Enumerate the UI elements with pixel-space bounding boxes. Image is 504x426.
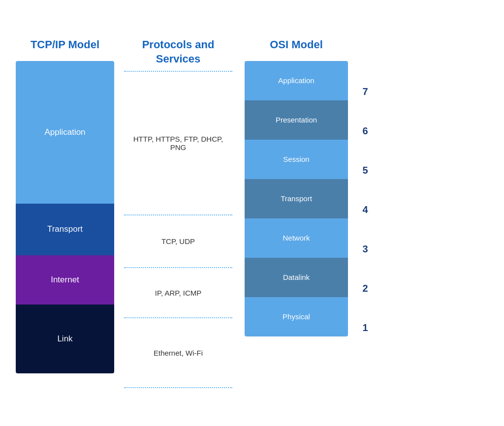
tcpip-layer-internet: Internet [16,255,114,304]
osi-number-5: 5 [355,151,375,190]
osi-number-7: 7 [355,72,375,112]
diagram-container: TCP/IP Model ApplicationTransportInterne… [11,28,493,398]
protocols-header: Protocols and Services [142,38,215,66]
osi-layer-datalink: Datalink [245,258,348,297]
osi-layer-network: Network [245,218,348,258]
tcpip-stack: ApplicationTransportInternetLink [16,61,114,373]
tcpip-layer-application: Application [16,61,114,204]
numbers-column: 7654321 [355,38,380,348]
osi-layer-application: Application [245,61,348,100]
osi-number-6: 6 [355,112,375,151]
tcpip-header: TCP/IP Model [31,38,99,52]
osi-layer-presentation: Presentation [245,100,348,140]
protocol-text: TCP, UDP [124,215,232,267]
osi-number-2: 2 [355,269,375,308]
protocols-column: Protocols and Services HTTP, HTTPS, FTP,… [119,38,237,388]
protocol-text: Ethernet, Wi-Fi [124,318,232,387]
osi-stack: ApplicationPresentationSessionTransportN… [245,61,348,336]
protocol-text: HTTP, HTTPS, FTP, DHCP, PNG [124,72,232,214]
osi-number-1: 1 [355,308,375,348]
tcpip-layer-transport: Transport [16,204,114,255]
osi-layer-physical: Physical [245,297,348,336]
dotted-divider [124,387,232,388]
tcpip-column: TCP/IP Model ApplicationTransportInterne… [11,38,119,373]
osi-column: OSI Model ApplicationPresentationSession… [237,38,355,336]
protocols-stack: HTTP, HTTPS, FTP, DHCP, PNGTCP, UDPIP, A… [124,71,232,388]
osi-number-4: 4 [355,190,375,230]
osi-number-3: 3 [355,230,375,269]
protocol-text: IP, ARP, ICMP [124,268,232,317]
osi-layer-session: Session [245,140,348,179]
osi-header: OSI Model [270,38,323,52]
tcpip-layer-link: Link [16,304,114,373]
osi-layer-transport: Transport [245,179,348,218]
